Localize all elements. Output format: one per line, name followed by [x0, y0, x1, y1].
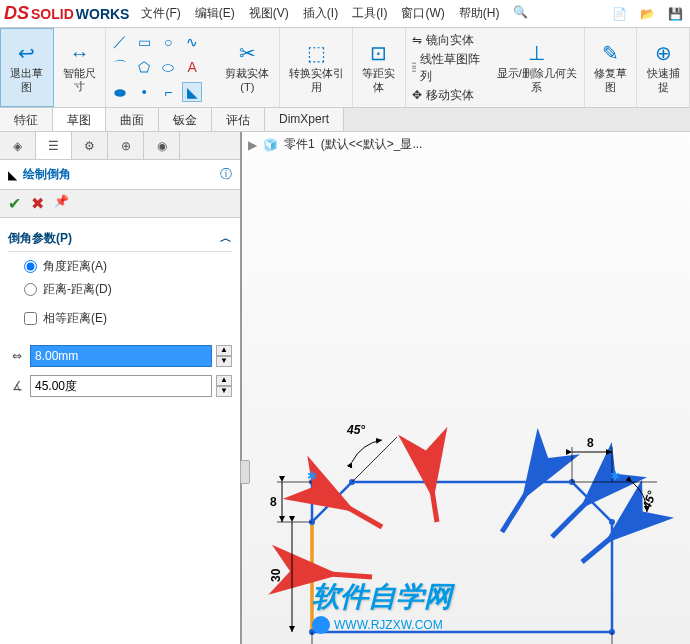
globe-icon [312, 616, 330, 634]
tab-feature[interactable]: 特征 [0, 108, 53, 131]
angle-icon: ∡ [8, 379, 26, 393]
dim-45[interactable]: 45° [346, 423, 365, 437]
tab-surface[interactable]: 曲面 [106, 108, 159, 131]
pm-header: ◣ 绘制倒角 ⓘ [0, 160, 240, 189]
menu-bar: DS SOLID WORKS 文件(F) 编辑(E) 视图(V) 插入(I) 工… [0, 0, 690, 28]
pm-tabs: ◈ ☰ ⚙ ⊕ ◉ [0, 132, 240, 160]
repair-button[interactable]: ✎ 修复草图 [585, 28, 638, 107]
tab-sketch[interactable]: 草图 [53, 108, 106, 131]
dim-8-top[interactable]: 8 [587, 436, 594, 450]
pm-tab-property[interactable]: ☰ [36, 132, 72, 159]
menu-search-icon[interactable]: 🔍 [513, 5, 528, 22]
fillet-icon[interactable]: ⌐ [158, 82, 178, 102]
tab-dimxpert[interactable]: DimXpert [265, 108, 344, 131]
spin-up-icon[interactable]: ▲ [216, 345, 232, 356]
line-icon[interactable]: ／ [110, 32, 130, 52]
ellipse-icon[interactable]: ⬭ [158, 57, 178, 77]
main-area: ◈ ☰ ⚙ ⊕ ◉ ◣ 绘制倒角 ⓘ ✔ ✖ 📌 倒角参数(P) ︿ 角度距离(… [0, 132, 690, 644]
section-header[interactable]: 倒角参数(P) ︿ [8, 226, 232, 252]
red-arrow [347, 507, 382, 527]
pushpin-icon[interactable]: 📌 [54, 194, 69, 213]
trim-icon: ✂ [239, 41, 256, 65]
new-doc-icon[interactable]: 📄 [608, 3, 630, 25]
dim-8-left[interactable]: 8 [270, 495, 277, 509]
exit-sketch-button[interactable]: ↩ 退出草图 [0, 28, 54, 107]
convert-button[interactable]: ⬚ 转换实体引用 [280, 28, 352, 107]
radio-angle-distance[interactable]: 角度距离(A) [24, 258, 232, 275]
angle-input[interactable] [30, 375, 212, 397]
part-name[interactable]: 零件1 [284, 136, 315, 153]
mirror-icon: ⇋ [412, 33, 422, 47]
help-icon[interactable]: ⓘ [220, 166, 232, 183]
panel-divider-handle[interactable] [240, 460, 250, 484]
pm-tab-feature-tree[interactable]: ◈ [0, 132, 36, 159]
menu-file[interactable]: 文件(F) [141, 5, 180, 22]
trim-label: 剪裁实体(T) [221, 67, 273, 93]
menu-tools[interactable]: 工具(I) [352, 5, 387, 22]
spin-down-icon[interactable]: ▼ [216, 386, 232, 397]
menu-help[interactable]: 帮助(H) [459, 5, 500, 22]
cancel-button[interactable]: ✖ [31, 194, 44, 213]
distance-input[interactable] [30, 345, 212, 367]
spin-down-icon[interactable]: ▼ [216, 356, 232, 367]
svg-text:✱: ✱ [610, 469, 620, 483]
ok-button[interactable]: ✔ [8, 194, 21, 213]
offset-icon: ⊡ [370, 41, 387, 65]
arc-icon[interactable]: ⌒ [110, 57, 130, 77]
tab-sheetmetal[interactable]: 钣金 [159, 108, 212, 131]
dim-45r[interactable]: 45° [639, 489, 659, 512]
graphics-area[interactable]: ▶ 🧊 零件1 (默认<<默认>_显... [242, 132, 690, 644]
watermark-text: 软件自学网 [312, 578, 452, 616]
logo-ds: DS [4, 3, 29, 24]
checkbox-equal-distance[interactable]: 相等距离(E) [24, 310, 232, 327]
menu-view[interactable]: 视图(V) [249, 5, 289, 22]
polygon-icon[interactable]: ⬠ [134, 57, 154, 77]
move-button[interactable]: ✥移动实体 [412, 87, 484, 104]
pattern-button[interactable]: ⦙⦙线性草图阵列 [412, 51, 484, 85]
menu-window[interactable]: 窗口(W) [401, 5, 444, 22]
pm-tab-display[interactable]: ◉ [144, 132, 180, 159]
menu-insert[interactable]: 插入(I) [303, 5, 338, 22]
pm-tab-dimx[interactable]: ⊕ [108, 132, 144, 159]
spline-icon[interactable]: ∿ [182, 32, 202, 52]
trim-button[interactable]: ✂ 剪裁实体(T) [215, 28, 280, 107]
circle-icon[interactable]: ○ [158, 32, 178, 52]
sketch-drawing: 45° 8 45° 8 30 50 ✱ ✱ [252, 262, 690, 622]
smart-dim-label: 智能尺寸 [60, 67, 100, 93]
transform-group: ⇋镜向实体 ⦙⦙线性草图阵列 ✥移动实体 [406, 28, 490, 107]
dim-30[interactable]: 30 [269, 568, 283, 582]
config-name: (默认<<默认>_显... [321, 136, 423, 153]
blue-arrow [502, 492, 527, 532]
slot-icon[interactable]: ⬬ [110, 82, 130, 102]
convert-icon: ⬚ [307, 41, 326, 65]
red-arrow [330, 574, 372, 577]
breadcrumb-arrow-icon[interactable]: ▶ [248, 138, 257, 152]
snap-button[interactable]: ⊕ 快速捕捉 [637, 28, 690, 107]
pm-title: 绘制倒角 [23, 166, 71, 183]
relations-button[interactable]: ⊥ 显示/删除几何关系 [490, 28, 585, 107]
rect-icon[interactable]: ▭ [134, 32, 154, 52]
distance-icon: ⇔ [8, 349, 26, 363]
text-icon[interactable]: A [182, 57, 202, 77]
offset-label: 等距实体 [359, 67, 399, 93]
part-icon: 🧊 [263, 138, 278, 152]
chamfer-params-section: 倒角参数(P) ︿ 角度距离(A) 距离-距离(D) 相等距离(E) [0, 218, 240, 341]
app-logo: DS SOLID WORKS [4, 3, 129, 24]
spin-up-icon[interactable]: ▲ [216, 375, 232, 386]
menu-edit[interactable]: 编辑(E) [195, 5, 235, 22]
save-icon[interactable]: 💾 [664, 3, 686, 25]
relations-icon: ⊥ [528, 41, 545, 65]
snap-label: 快速捕捉 [643, 67, 683, 93]
open-doc-icon[interactable]: 📂 [636, 3, 658, 25]
chamfer-icon[interactable]: ◣ [182, 82, 202, 102]
smart-dim-button[interactable]: ↔ 智能尺寸 [54, 28, 107, 107]
offset-button[interactable]: ⊡ 等距实体 [353, 28, 406, 107]
mirror-button[interactable]: ⇋镜向实体 [412, 32, 484, 49]
blue-arrow [582, 537, 612, 562]
pm-tab-config[interactable]: ⚙ [72, 132, 108, 159]
radio-distance-distance[interactable]: 距离-距离(D) [24, 281, 232, 298]
svg-point-3 [609, 519, 615, 525]
menu-items: 文件(F) 编辑(E) 视图(V) 插入(I) 工具(I) 窗口(W) 帮助(H… [141, 5, 528, 22]
tab-evaluate[interactable]: 评估 [212, 108, 265, 131]
point-icon[interactable]: • [134, 82, 154, 102]
